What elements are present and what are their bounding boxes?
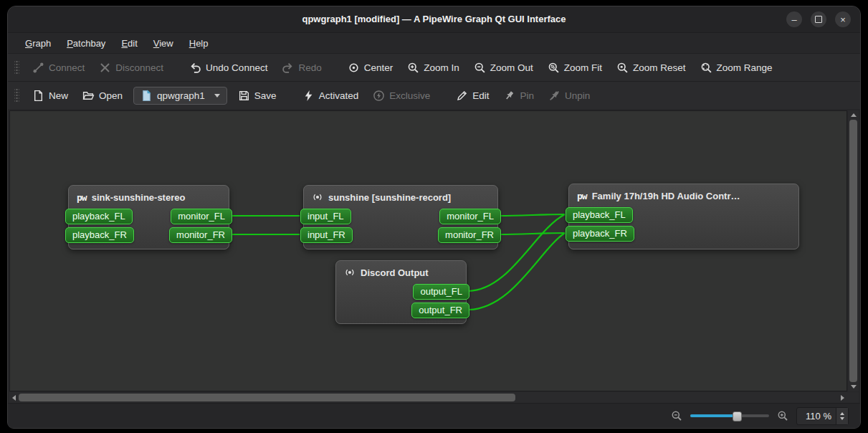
horizontal-scroll-thumb[interactable] [19,394,515,401]
activated-button[interactable]: Activated [296,86,366,105]
vertical-scrollbar[interactable] [848,110,859,391]
node-family-hd-audio[interactable]: pw Family 17h/19h HD Audio Contr… playba… [568,184,799,249]
port-input-fr[interactable]: input_FR [300,227,353,243]
link-sunshine-monitor-fr-to-family-playback-fr[interactable] [500,233,565,234]
zoom-in-icon [407,62,419,74]
connection-layer [10,111,847,391]
spin-up-icon[interactable] [840,412,844,415]
port-input-fl[interactable]: input_FL [300,209,351,224]
zoom-range-button[interactable]: Zoom Range [694,58,779,77]
disconnect-button[interactable]: Disconnect [92,58,170,77]
port-monitor-fl[interactable]: monitor_FL [171,209,232,224]
node-sink-sunshine-stereo[interactable]: pw sink-sunshine-stereo playback_FL play… [68,185,229,249]
port-output-fl[interactable]: output_FL [413,284,469,300]
menu-help[interactable]: Help [182,36,216,51]
center-label: Center [364,62,394,73]
disconnect-label: Disconnect [115,62,163,73]
port-output-fr[interactable]: output_FR [411,303,469,318]
menu-graph[interactable]: Graph [18,36,58,51]
unpin-button[interactable]: Unpin [542,86,596,105]
vertical-scroll-thumb[interactable] [849,120,857,382]
center-icon [348,62,360,74]
zoom-fit-icon [548,62,560,74]
port-playback-fr[interactable]: playback_FR [566,226,634,242]
node-title: Discord Output [361,267,429,278]
menu-patchbay[interactable]: Patchbay [59,36,113,51]
port-monitor-fr[interactable]: monitor_FR [438,227,501,243]
edit-icon [456,90,468,102]
zoom-reset-button[interactable]: Zoom Reset [610,58,692,77]
zoom-out-icon [474,62,486,74]
unpin-label: Unpin [565,90,590,101]
node-header[interactable]: pw Family 17h/19h HD Audio Contr… [569,184,798,207]
port-playback-fr[interactable]: playback_FR [65,227,134,243]
scroll-up-icon[interactable] [851,113,857,117]
spin-down-icon[interactable] [840,417,844,420]
main-area: pw sink-sunshine-stereo playback_FL play… [8,109,860,403]
minimize-icon: – [791,15,796,24]
zoom-slider-track[interactable] [690,414,769,417]
zoom-in-button[interactable]: Zoom In [401,58,466,77]
zoom-out-icon[interactable] [671,410,682,422]
patchbay-selector[interactable]: qpwgraph1 [133,87,227,105]
disconnect-icon [99,62,111,74]
zoom-in-icon[interactable] [777,410,788,422]
node-title: sunshine [sunshine-record] [328,192,451,203]
maximize-button[interactable] [811,11,826,27]
toolbar-handle[interactable] [14,60,19,75]
exclusive-icon [373,90,385,102]
open-button[interactable]: Open [76,86,129,105]
node-header[interactable]: sunshine [sunshine-record] [304,186,497,209]
scroll-down-icon[interactable] [851,385,857,389]
open-label: Open [99,90,123,101]
menu-edit[interactable]: Edit [114,36,144,51]
save-label: Save [254,90,277,101]
edit-button[interactable]: Edit [449,86,495,105]
zoom-slider-fill [690,414,736,417]
redo-icon [282,62,294,74]
redo-button[interactable]: Redo [275,58,328,77]
zoom-in-label: Zoom In [424,62,459,73]
window-title: qpwgraph1 [modified] — A PipeWire Graph … [8,6,860,32]
zoom-out-button[interactable]: Zoom Out [467,58,540,77]
connect-button[interactable]: Connect [26,58,91,77]
zoom-slider[interactable] [690,410,769,422]
statusbar: 110 % [8,403,860,428]
graph-canvas[interactable]: pw sink-sunshine-stereo playback_FL play… [9,110,847,391]
zoom-fit-label: Zoom Fit [564,62,602,73]
horizontal-scrollbar[interactable] [9,392,847,403]
node-title: Family 17h/19h HD Audio Contr… [592,191,740,201]
link-sunshine-monitor-fl-to-family-playback-fl[interactable] [500,214,565,216]
port-monitor-fl[interactable]: monitor_FL [439,209,501,224]
pin-button[interactable]: Pin [497,86,540,105]
stream-icon [344,267,356,278]
close-button[interactable]: × [835,11,851,27]
minimize-button[interactable]: – [786,11,802,27]
scroll-right-icon[interactable] [841,395,844,401]
zoom-slider-handle[interactable] [733,411,742,422]
exclusive-button[interactable]: Exclusive [366,86,437,105]
new-file-icon [32,90,44,102]
zoom-spinbox[interactable]: 110 % [796,407,849,425]
port-playback-fl[interactable]: playback_FL [65,209,133,224]
node-sunshine[interactable]: sunshine [sunshine-record] input_FL inpu… [303,185,498,249]
scroll-left-icon[interactable] [12,395,16,401]
toolbar-handle[interactable] [14,87,19,103]
new-button[interactable]: New [26,86,75,105]
menu-view[interactable]: View [146,36,181,51]
zoom-fit-button[interactable]: Zoom Fit [541,58,609,77]
node-header[interactable]: pw sink-sunshine-stereo [69,186,229,209]
scrollbar-corner [847,392,859,403]
undo-connect-button[interactable]: Undo Connect [183,58,274,77]
port-playback-fl[interactable]: playback_FL [566,207,633,223]
menubar: Graph Patchbay Edit View Help [8,32,860,53]
app-window: qpwgraph1 [modified] — A PipeWire Graph … [7,6,861,429]
node-discord-output[interactable]: Discord Output output_FL output_FR [335,260,467,324]
exclusive-label: Exclusive [389,90,430,101]
titlebar[interactable]: qpwgraph1 [modified] — A PipeWire Graph … [8,6,860,32]
connect-icon [32,62,44,74]
node-header[interactable]: Discord Output [336,261,466,284]
save-button[interactable]: Save [232,86,283,105]
center-button[interactable]: Center [341,58,400,77]
port-monitor-fr[interactable]: monitor_FR [169,227,232,243]
